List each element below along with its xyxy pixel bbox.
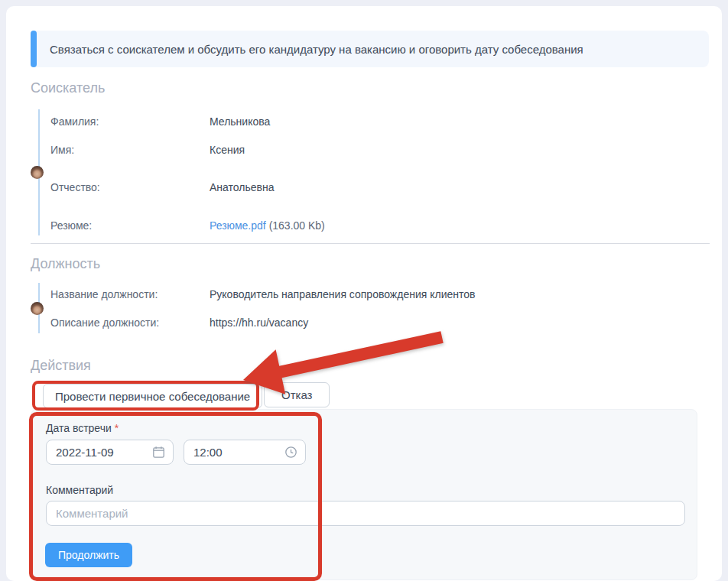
field-value-middlename: Анатольевна: [210, 181, 275, 193]
field-label-position-description: Описание должности:: [50, 316, 159, 329]
field-label-firstname: Имя:: [50, 144, 74, 156]
comment-label: Комментарий: [46, 484, 113, 496]
interview-form-panel: Дата встречи * Ком: [31, 409, 697, 580]
position-section-title: Должность: [31, 256, 100, 272]
field-label-resume: Резюме:: [50, 219, 92, 232]
reject-button[interactable]: Отказ: [264, 382, 330, 407]
field-value-firstname: Ксения: [210, 144, 245, 156]
applicant-avatar: [31, 166, 44, 179]
conduct-interview-button[interactable]: Провести первичное собеседование: [43, 384, 262, 408]
field-value-resume: Резюме.pdf (163.00 Kb): [210, 219, 325, 232]
comment-value[interactable]: [56, 507, 677, 520]
task-description-banner: Связаться с соискателем и обсудить его к…: [31, 31, 709, 67]
clock-icon[interactable]: [284, 446, 297, 459]
banner-accent-bar: [31, 31, 37, 67]
required-asterisk: *: [115, 422, 119, 434]
comment-input[interactable]: [46, 501, 685, 526]
field-label-middlename: Отчество:: [50, 181, 100, 193]
field-value-position-description: https://hh.ru/vacancy: [210, 316, 308, 329]
task-card: Связаться с соискателем и обсудить его к…: [6, 6, 722, 581]
task-description-text: Связаться с соискателем и обсудить его к…: [31, 43, 583, 56]
field-value-lastname: Мельникова: [210, 115, 270, 128]
meeting-date-label: Дата встречи *: [46, 422, 119, 434]
applicant-section-title: Соискатель: [31, 80, 105, 96]
resume-file-link[interactable]: Резюме.pdf: [210, 219, 266, 232]
meeting-date-value[interactable]: [56, 446, 152, 459]
meeting-date-input[interactable]: [46, 440, 174, 465]
position-avatar: [31, 302, 44, 315]
section-divider: [31, 243, 710, 244]
calendar-icon[interactable]: [152, 446, 165, 459]
meeting-time-value[interactable]: [193, 446, 284, 459]
actions-section-title: Действия: [31, 358, 91, 374]
meeting-time-input[interactable]: [184, 440, 306, 465]
continue-button[interactable]: Продолжить: [45, 543, 132, 567]
resume-file-size: (163.00 Kb): [269, 219, 325, 232]
field-label-lastname: Фамилия:: [50, 115, 99, 128]
field-value-position-name: Руководитель направления сопровождения к…: [210, 288, 475, 300]
field-label-position-name: Название должности:: [50, 288, 158, 300]
